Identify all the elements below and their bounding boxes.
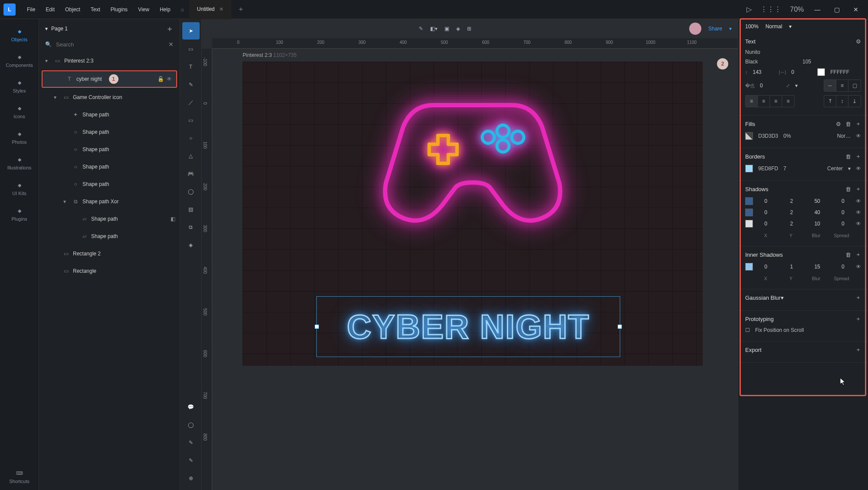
valign-bottom-button[interactable]: ⤓ <box>848 96 861 107</box>
align-justify-button[interactable]: ≡ <box>782 96 794 107</box>
layer-node[interactable]: Tcyber night1🔓👁 <box>42 70 177 88</box>
crop-icon[interactable]: ▣ <box>444 26 449 32</box>
resize-icon[interactable]: ⊞ <box>467 26 471 32</box>
mask-icon[interactable]: ◧▾ <box>430 26 437 32</box>
align-right-button[interactable]: ≡ <box>770 96 782 107</box>
layer-node[interactable]: ○Shape path <box>39 123 180 141</box>
tool-button[interactable]: 💬 <box>182 398 200 416</box>
add-interaction-button[interactable]: ＋ <box>855 315 861 323</box>
blend-mode[interactable]: Normal <box>766 23 783 30</box>
layer-node[interactable]: ▾▭Game Controller icon <box>39 89 180 106</box>
chevron-down-icon[interactable]: ▾ <box>729 26 732 32</box>
eye-icon[interactable]: 👁 <box>856 264 861 270</box>
layer-node[interactable]: ○Shape path <box>39 175 180 193</box>
maximize-button[interactable]: ▢ <box>828 6 846 13</box>
canvas-stage[interactable]: Pinterest 2:3 1102×735 CYBER NIGHT <box>212 49 738 490</box>
app-logo[interactable]: L <box>3 3 16 16</box>
rail-shortcuts[interactable]: ⌨Shortcuts <box>0 464 39 490</box>
chevron-down-icon[interactable]: ▾ <box>45 26 48 32</box>
layer-node[interactable]: ▾▭Pinterest 2:3 <box>39 52 180 70</box>
text-color-swatch[interactable] <box>817 68 825 76</box>
tool-button[interactable]: ◈ <box>182 236 200 254</box>
shadow-swatch[interactable] <box>745 197 753 205</box>
layer-node[interactable]: ○Shape path <box>39 158 180 175</box>
rail-illustrations[interactable]: ◆Illustrations <box>6 151 33 176</box>
artboard[interactable]: CYBER NIGHT <box>243 62 703 366</box>
play-icon[interactable]: ▷ <box>742 5 756 13</box>
resize-handle-right[interactable] <box>618 324 622 329</box>
tool-button[interactable]: T <box>182 58 200 76</box>
grid-icon[interactable]: ⋮⋮⋮ <box>756 5 786 13</box>
fill-blend[interactable]: Nor… <box>837 133 851 139</box>
chevron-down-icon[interactable]: ▾ <box>795 83 798 89</box>
fill-opacity[interactable]: 0% <box>783 133 791 139</box>
text-color-hex[interactable]: FFFFFF <box>830 69 849 75</box>
neon-text-selection[interactable]: CYBER NIGHT <box>316 296 620 357</box>
tool-button[interactable]: 🎮 <box>182 165 200 182</box>
rail-icons[interactable]: ◆Icons <box>6 99 33 125</box>
rail-ui-kits[interactable]: ◆UI Kits <box>6 176 33 202</box>
layer-node[interactable]: ▾⧉Shape path Xor <box>39 193 180 210</box>
border-swatch[interactable] <box>745 165 753 172</box>
add-shadow-button[interactable]: ＋ <box>855 185 861 193</box>
tool-button[interactable]: ✎ <box>182 452 200 469</box>
eye-icon[interactable]: 👁 <box>856 221 861 227</box>
menu-object[interactable]: Object <box>60 0 85 19</box>
font-family[interactable]: Nunito <box>745 49 760 55</box>
paragraph-spacing[interactable]: 0 <box>760 83 781 89</box>
eye-icon[interactable]: 👁 <box>856 209 861 215</box>
auto-width-button[interactable]: ↔ <box>824 80 836 91</box>
align-left-button[interactable]: ≡ <box>746 96 758 107</box>
checkbox-fix-position[interactable]: ☐ <box>745 327 750 333</box>
eye-icon[interactable]: 👁 <box>856 133 861 139</box>
opacity-value[interactable]: 100% <box>745 23 759 30</box>
clear-search-icon[interactable]: ✕ <box>168 41 174 48</box>
tool-button[interactable]: ／ <box>182 94 200 111</box>
shadow-swatch[interactable] <box>745 263 753 271</box>
tab-untitled[interactable]: Untitled ✕ <box>189 0 231 19</box>
menu-file[interactable]: File <box>22 0 40 19</box>
trash-icon[interactable]: 🗑 <box>845 252 851 258</box>
add-border-button[interactable]: ＋ <box>855 152 861 160</box>
layer-node[interactable]: ▱Shape path <box>39 228 180 245</box>
minimize-button[interactable]: — <box>808 6 826 13</box>
tool-button[interactable]: ✎ <box>182 76 200 93</box>
font-weight[interactable]: Black <box>745 59 797 65</box>
tool-button[interactable]: ○ <box>182 129 200 147</box>
tool-button[interactable]: ◯ <box>182 183 200 200</box>
layer-node[interactable]: ○Shape path <box>39 141 180 158</box>
shadow-swatch[interactable] <box>745 209 753 216</box>
menu-edit[interactable]: Edit <box>40 0 60 19</box>
home-icon[interactable]: ⌂ <box>181 7 184 13</box>
trash-icon[interactable]: 🗑 <box>845 121 851 127</box>
tool-button[interactable]: ⧉ <box>182 219 200 236</box>
line-height[interactable]: 143 <box>753 69 774 75</box>
add-blur-button[interactable]: ＋ <box>855 294 861 301</box>
fill-swatch[interactable] <box>745 132 753 140</box>
eye-icon[interactable]: 👁 <box>856 198 861 204</box>
edit-icon[interactable]: ✎ <box>419 26 423 32</box>
valign-top-button[interactable]: ⤒ <box>824 96 836 107</box>
chevron-down-icon[interactable]: ▾ <box>789 23 792 30</box>
resize-handle-left[interactable] <box>315 324 319 329</box>
tool-button[interactable]: ▤ <box>182 201 200 218</box>
lock-icon[interactable]: 🔓 <box>158 76 164 82</box>
menu-plugins[interactable]: Plugins <box>105 0 133 19</box>
letter-spacing[interactable]: 0 <box>791 69 812 75</box>
shadow-swatch[interactable] <box>745 220 753 228</box>
component-icon[interactable]: ◈ <box>456 26 460 32</box>
eye-icon[interactable]: 👁 <box>167 76 172 82</box>
rail-styles[interactable]: ◆Styles <box>6 74 33 99</box>
layer-node[interactable]: ▭Rectangle <box>39 262 180 280</box>
new-tab-button[interactable]: ＋ <box>231 5 250 14</box>
valign-middle-button[interactable]: ↕ <box>836 96 848 107</box>
tool-button[interactable]: ▭ <box>182 112 200 129</box>
layer-node[interactable]: ✦Shape path <box>39 106 180 123</box>
tool-button[interactable]: △ <box>182 147 200 165</box>
tool-button[interactable]: ◯ <box>182 416 200 434</box>
avatar[interactable] <box>689 23 701 35</box>
add-export-button[interactable]: ＋ <box>855 346 861 354</box>
eye-icon[interactable]: 👁 <box>856 166 861 172</box>
rail-objects[interactable]: ◆Objects <box>6 23 33 48</box>
trash-icon[interactable]: 🗑 <box>845 153 851 160</box>
